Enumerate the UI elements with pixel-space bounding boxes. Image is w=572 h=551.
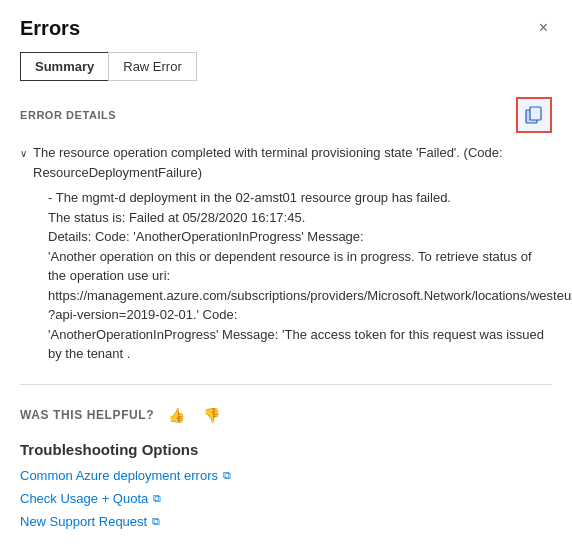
error-detail-block: - The mgmt-d deployment in the 02-amst01… <box>48 188 552 364</box>
main-content: ERROR DETAILS ∨ The resource operation c… <box>0 97 572 529</box>
copy-button[interactable] <box>516 97 552 133</box>
detail-line-4: 'Another operation on this or dependent … <box>48 247 552 325</box>
dialog-header: Errors × <box>0 0 572 52</box>
detail-line-1: - The mgmt-d deployment in the 02-amst01… <box>48 188 552 208</box>
error-content: ∨ The resource operation completed with … <box>20 143 552 364</box>
detail-line-5: 'AnotherOperationInProgress' Message: 'T… <box>48 325 552 364</box>
link-item-support: New Support Request ⧉ <box>20 514 552 529</box>
section-divider <box>20 384 552 385</box>
tabs-container: Summary Raw Error <box>0 52 572 81</box>
chevron-icon: ∨ <box>20 146 27 161</box>
thumbs-down-button[interactable]: 👎 <box>199 405 224 425</box>
thumbs-up-button[interactable]: 👍 <box>164 405 189 425</box>
error-details-label: ERROR DETAILS <box>20 109 116 121</box>
link-item-azure-errors: Common Azure deployment errors ⧉ <box>20 468 552 483</box>
svg-rect-1 <box>530 107 541 120</box>
error-toggle: ∨ The resource operation completed with … <box>20 143 552 182</box>
check-usage-quota-link[interactable]: Check Usage + Quota <box>20 491 148 506</box>
new-support-request-link[interactable]: New Support Request <box>20 514 147 529</box>
errors-dialog: Errors × Summary Raw Error ERROR DETAILS… <box>0 0 572 551</box>
close-button[interactable]: × <box>535 16 552 40</box>
link-item-check-quota: Check Usage + Quota ⧉ <box>20 491 552 506</box>
common-azure-errors-link[interactable]: Common Azure deployment errors <box>20 468 218 483</box>
external-link-icon-3: ⧉ <box>152 515 160 528</box>
helpful-label: WAS THIS HELPFUL? <box>20 408 154 422</box>
error-details-section: ERROR DETAILS <box>20 97 552 133</box>
detail-line-3: Details: Code: 'AnotherOperationInProgre… <box>48 227 552 247</box>
troubleshooting-title: Troubleshooting Options <box>20 441 552 458</box>
external-link-icon-2: ⧉ <box>153 492 161 505</box>
helpful-section: WAS THIS HELPFUL? 👍 👎 <box>20 405 552 425</box>
dialog-title: Errors <box>20 17 80 40</box>
external-link-icon-1: ⧉ <box>223 469 231 482</box>
detail-line-2: The status is: Failed at 05/28/2020 16:1… <box>48 208 552 228</box>
copy-icon <box>525 106 543 124</box>
tab-raw-error[interactable]: Raw Error <box>108 52 197 81</box>
tab-summary[interactable]: Summary <box>20 52 108 81</box>
error-main-text: The resource operation completed with te… <box>33 143 552 182</box>
